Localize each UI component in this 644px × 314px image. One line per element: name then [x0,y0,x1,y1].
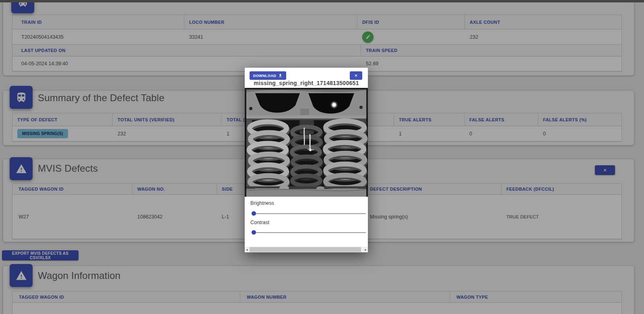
download-button[interactable]: DOWNLOAD [250,71,286,80]
modal-horizontal-scrollbar[interactable]: ◄ ► [245,247,368,252]
contrast-label: Contrast [250,220,269,225]
mvis-dashboard-page: Train Information TRAIN ID LOCO NUMBER D… [0,0,644,314]
scrollbar-thumb[interactable] [250,247,361,252]
brightness-slider[interactable] [252,213,366,214]
scroll-right-icon[interactable]: ► [363,247,368,252]
modal-close-button[interactable]: ✕ [350,71,362,80]
scroll-left-icon[interactable]: ◄ [245,247,249,252]
brightness-slider-thumb[interactable] [252,211,256,216]
contrast-slider-thumb[interactable] [252,230,256,235]
download-button-label: DOWNLOAD [253,74,276,78]
defect-image-modal: DOWNLOAD ✕ missing_spring_right_17148135… [245,68,368,252]
close-icon: ✕ [354,73,357,78]
brightness-label: Brightness [250,200,274,206]
contrast-slider[interactable] [252,232,366,233]
download-icon [278,73,283,78]
defect-image [245,88,368,197]
defect-image-title: missing_spring_right_1714813500651 [245,80,368,86]
